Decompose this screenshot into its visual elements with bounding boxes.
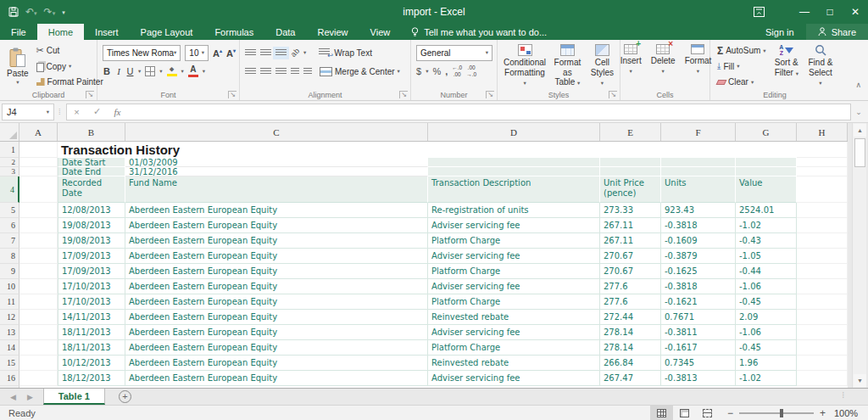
cell-A4[interactable] [19,176,58,203]
cell-description[interactable]: Platform Charge [428,264,600,279]
cell-description[interactable]: Reinvested rebate [428,356,600,371]
accounting-format-icon[interactable]: $ [416,67,421,76]
paste-button[interactable]: Paste ▾ [5,43,31,89]
zoom-slider[interactable] [739,412,814,414]
page-layout-view-button[interactable] [673,406,696,420]
cell-units[interactable]: -0.1625 [661,264,736,279]
cell-description[interactable]: Adviser servicing fee [428,279,600,294]
cell-recorded-date[interactable]: 12/08/2013 [58,203,125,218]
cell-recorded-date[interactable]: 18/11/2013 [58,340,125,356]
row-header[interactable]: 12 [0,310,19,325]
cell-unit-price[interactable]: 278.14 [600,340,661,356]
cell-unit-price[interactable]: 266.84 [600,356,661,371]
cell-fund-name[interactable]: Aberdeen Eastern European Equity [125,249,428,264]
row-header[interactable]: 8 [0,249,19,264]
decrease-indent-icon[interactable] [291,68,299,76]
cell-A3[interactable] [19,167,58,176]
alignment-dialog-launcher[interactable]: ↘ [399,91,408,98]
cell-unit-price[interactable]: 277.6 [600,294,661,310]
new-sheet-icon[interactable]: + [119,390,131,403]
increase-font-icon[interactable]: A▴ [213,48,222,59]
cell-units[interactable]: -0.1621 [661,294,736,310]
cell-fund-name[interactable]: Aberdeen Eastern European Equity [125,264,428,279]
cell-fund-name[interactable]: Aberdeen Eastern European Equity [125,325,428,340]
row-header[interactable]: 6 [0,218,19,233]
row-header-4-selected[interactable]: 4 [0,176,19,203]
maximize-button[interactable]: □ [817,0,843,24]
zoom-level[interactable]: 100% [834,408,868,418]
close-button[interactable]: ✕ [843,0,868,24]
cell-recorded-date[interactable]: 19/08/2013 [58,233,125,249]
formula-input[interactable] [128,104,850,120]
delete-cells-button[interactable]: × Delete ▾ [648,43,678,89]
cell-value[interactable]: 1.96 [736,356,797,371]
cell-description[interactable]: Reinvested rebate [428,310,600,325]
conditional-formatting-button[interactable]: Conditional Formatting ▾ [503,43,547,89]
align-center-icon[interactable] [260,68,271,76]
cell-units[interactable]: 0.7671 [661,310,736,325]
decrease-decimal-icon[interactable]: .00→.0 [466,64,476,78]
row-header[interactable]: 5 [0,203,19,218]
column-header[interactable]: G [736,123,797,141]
cell-recorded-date[interactable]: 17/09/2013 [58,249,125,264]
cell-h[interactable] [797,371,848,386]
italic-button[interactable]: I [115,66,122,76]
sheet-tab-table1[interactable]: Table 1 [43,389,105,405]
header-units[interactable]: Units [661,176,736,203]
collapse-ribbon-icon[interactable]: ∧ [855,81,861,89]
cell-unit-price[interactable]: 272.44 [600,310,661,325]
cell-unit-price[interactable]: 273.33 [600,203,661,218]
date-end-value-cell[interactable]: 31/12/2016 [125,167,428,176]
font-dialog-launcher[interactable]: ↘ [228,91,236,98]
cell-h[interactable] [797,310,848,325]
wrap-text-button[interactable]: ↩ Wrap Text [317,46,374,60]
cell-A2[interactable] [19,158,58,167]
column-header[interactable]: B [58,123,125,141]
cell-fund-name[interactable]: Aberdeen Eastern European Equity [125,294,428,310]
cell-h[interactable] [797,340,848,356]
align-left-icon[interactable] [245,68,256,76]
header-fund-name[interactable]: Fund Name [125,176,428,203]
tab-file[interactable]: File [0,24,37,40]
cell-A1[interactable] [19,142,58,158]
cell-H3[interactable] [797,167,848,176]
find-select-button[interactable]: Find & Select ▾ [805,43,836,89]
cell-recorded-date[interactable]: 17/09/2013 [58,264,125,279]
undo-icon[interactable]: ↶▾ [25,7,37,17]
cell-recorded-date[interactable]: 17/10/2013 [58,294,125,310]
cell-description[interactable]: Adviser servicing fee [428,371,600,386]
cell-h[interactable] [797,203,848,218]
row-header[interactable]: 13 [0,325,19,340]
cell-value[interactable]: 2.09 [736,310,797,325]
row-header-2[interactable]: 2 [0,158,19,167]
cell-description[interactable]: Platform Charge [428,294,600,310]
tell-me-box[interactable]: Tell me what you want to do... [401,24,557,40]
next-sheet-icon[interactable]: ▶ [27,393,33,401]
cell-h[interactable] [797,294,848,310]
cell-a[interactable] [19,264,58,279]
row-header[interactable]: 15 [0,356,19,371]
styles-dialog-launcher[interactable]: ↘ [609,91,617,98]
sign-in-link[interactable]: Sign in [754,24,806,40]
cell-a[interactable] [19,218,58,233]
fill-color-icon[interactable]: ⬥ [167,66,177,76]
formula-bar-splitter[interactable]: ⁞ [54,108,66,116]
column-header[interactable]: C [125,123,428,141]
cell-F3[interactable] [661,167,736,176]
cell-description[interactable]: Re-registration of units [428,203,600,218]
cell-E3[interactable] [600,167,661,176]
increase-indent-icon[interactable] [303,68,312,76]
header-value[interactable]: Value [736,176,797,203]
row-header[interactable]: 7 [0,233,19,249]
cell-description[interactable]: Platform Charge [428,340,600,356]
tab-data[interactable]: Data [264,24,306,40]
cell-value[interactable]: -0.45 [736,294,797,310]
cell-units[interactable]: 0.7345 [661,356,736,371]
cell-recorded-date[interactable]: 17/10/2013 [58,279,125,294]
font-color-icon[interactable]: A [188,65,198,77]
column-header[interactable]: F [661,123,736,141]
cell-fund-name[interactable]: Aberdeen Eastern European Equity [125,310,428,325]
share-button[interactable]: Share [806,24,868,40]
cell-value[interactable]: -0.45 [736,340,797,356]
sort-filter-button[interactable]: AZ Sort & Filter ▾ [772,43,801,89]
